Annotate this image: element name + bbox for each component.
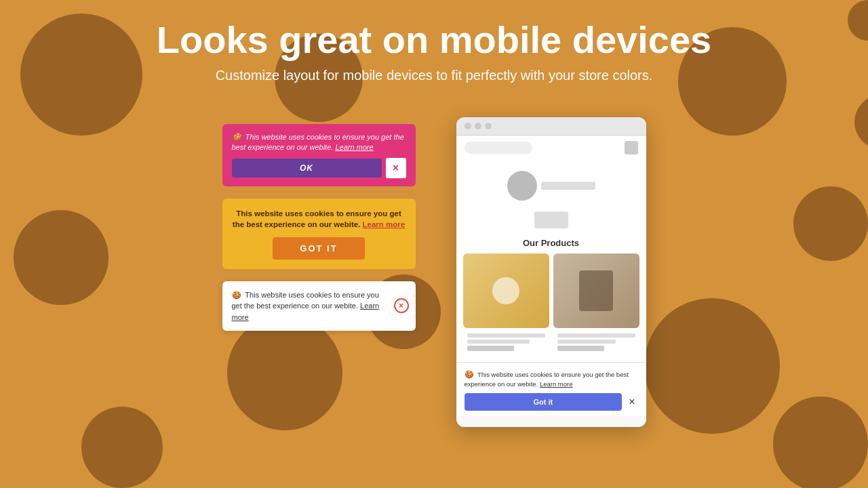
mobile-mockup: Our Products: [456, 117, 646, 427]
product-name-line-2: [467, 340, 530, 344]
mobile-close-button[interactable]: ×: [626, 394, 637, 409]
mobile-cookie-text: 🍪 This website uses cookies to ensure yo…: [465, 369, 638, 389]
product-2-container: [553, 253, 639, 355]
page-subtitle: Customize layout for mobile devices to f…: [216, 68, 653, 83]
cookie-icon-1: 🍪: [232, 133, 241, 141]
product-name-line-1: [467, 333, 545, 338]
mobile-topbar: [456, 136, 646, 160]
banner2-learn-more[interactable]: Learn more: [363, 220, 406, 228]
cookie-icon-3: 🍪: [232, 289, 241, 301]
banner1-learn-more[interactable]: Learn more: [335, 143, 373, 151]
product-price-1: [467, 346, 514, 351]
browser-dot-red: [465, 123, 471, 129]
banners-column: 🍪 This website uses cookies to ensure yo…: [222, 124, 416, 331]
mobile-cookie-actions: Got it ×: [465, 393, 638, 411]
browser-body: Our Products: [456, 136, 646, 427]
banner-pink: 🍪 This website uses cookies to ensure yo…: [222, 124, 416, 187]
banner-white: 🍪 This website uses cookies to ensure yo…: [222, 281, 416, 331]
product-price-2: [557, 346, 604, 351]
product-info-2: [553, 331, 639, 355]
mobile-banner-rect: [534, 211, 568, 228]
product-card-1[interactable]: [463, 253, 549, 328]
mobile-logo-circle: [507, 171, 537, 201]
banner2-got-it-button[interactable]: GOT IT: [273, 237, 364, 260]
mobile-got-it-button[interactable]: Got it: [465, 393, 623, 411]
mobile-logo-area: [456, 160, 646, 206]
mobile-products-title: Our Products: [456, 234, 646, 253]
banner1-ok-button[interactable]: OK: [232, 159, 382, 178]
product-name-line-3: [557, 333, 635, 338]
mobile-search-bar[interactable]: [465, 142, 532, 154]
page-title: Looks great on mobile devices: [157, 19, 711, 61]
mobile-cookie-icon: 🍪: [465, 369, 474, 380]
banner1-close-button[interactable]: ×: [386, 158, 406, 178]
browser-titlebar: [456, 117, 646, 136]
browser-dot-yellow: [475, 123, 481, 129]
product-name-line-4: [557, 340, 616, 344]
mobile-banner-placeholder: [456, 206, 646, 234]
mobile-cookie-bar: 🍪 This website uses cookies to ensure yo…: [456, 362, 646, 417]
product-card-2[interactable]: [553, 253, 639, 328]
product-img-2: [579, 270, 613, 311]
banner-yellow: This website uses cookies to ensure you …: [222, 199, 416, 268]
banner1-text: 🍪 This website uses cookies to ensure yo…: [232, 132, 406, 153]
banner3-text: 🍪 This website uses cookies to ensure yo…: [232, 289, 391, 323]
browser-window: Our Products: [456, 117, 646, 427]
product-1-container: [463, 253, 549, 355]
product-info-1: [463, 331, 549, 355]
mobile-logo-row: [507, 171, 595, 201]
product-logo-1: [492, 277, 519, 304]
browser-dot-green: [485, 123, 492, 129]
mobile-logo-text: [541, 182, 595, 190]
mobile-cart-icon: [625, 141, 638, 155]
banner1-footer: OK ×: [232, 158, 406, 178]
mobile-products-grid: [456, 253, 646, 362]
mobile-cookie-learn-more[interactable]: Learn more: [540, 380, 573, 388]
banner3-close-button[interactable]: ×: [394, 298, 409, 313]
banner2-text: This website uses cookies to ensure you …: [232, 208, 406, 230]
